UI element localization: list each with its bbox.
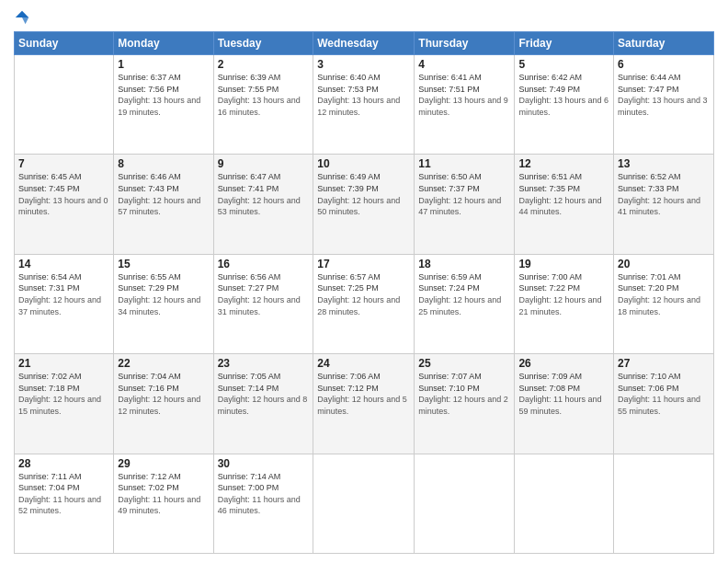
day-number: 11: [418, 157, 510, 170]
sunset-text: Sunset: 7:10 PM: [418, 384, 480, 393]
sunset-text: Sunset: 7:24 PM: [418, 283, 480, 293]
day-cell: 25Sunrise: 7:07 AMSunset: 7:10 PMDayligh…: [415, 354, 515, 454]
sunrise-text: Sunrise: 6:57 AM: [317, 272, 381, 282]
sunset-text: Sunset: 7:49 PM: [518, 85, 580, 94]
day-info: Sunrise: 6:37 AMSunset: 7:56 PMDaylight:…: [118, 72, 209, 118]
day-cell: 2Sunrise: 6:39 AMSunset: 7:55 PMDaylight…: [213, 55, 313, 155]
day-number: 7: [18, 157, 109, 170]
day-cell: [515, 454, 614, 553]
day-number: 10: [317, 157, 410, 170]
daylight-text: Daylight: 12 hours and 21 minutes.: [518, 295, 601, 316]
sunrise-text: Sunrise: 6:49 AM: [317, 172, 381, 181]
day-cell: 1Sunrise: 6:37 AMSunset: 7:56 PMDaylight…: [114, 55, 213, 155]
sunrise-text: Sunrise: 7:14 AM: [218, 472, 281, 481]
sunrise-text: Sunrise: 7:12 AM: [118, 472, 181, 481]
sunrise-text: Sunrise: 6:37 AM: [118, 73, 181, 82]
day-info: Sunrise: 7:01 AMSunset: 7:20 PMDaylight:…: [618, 271, 710, 317]
day-cell: 21Sunrise: 7:02 AMSunset: 7:18 PMDayligh…: [15, 354, 114, 454]
svg-marker-0: [16, 11, 28, 17]
day-number: 18: [418, 258, 510, 270]
sunset-text: Sunset: 7:22 PM: [518, 283, 580, 293]
sunset-text: Sunset: 7:47 PM: [618, 85, 679, 94]
day-info: Sunrise: 6:50 AMSunset: 7:37 PMDaylight:…: [418, 171, 510, 217]
sunset-text: Sunset: 7:31 PM: [18, 283, 80, 293]
day-cell: 28Sunrise: 7:11 AMSunset: 7:04 PMDayligh…: [15, 454, 114, 553]
sunset-text: Sunset: 7:39 PM: [317, 184, 379, 193]
daylight-text: Daylight: 12 hours and 53 minutes.: [218, 196, 301, 217]
day-cell: 14Sunrise: 6:54 AMSunset: 7:31 PMDayligh…: [15, 254, 114, 353]
daylight-text: Daylight: 13 hours and 16 minutes.: [218, 96, 301, 117]
daylight-text: Daylight: 11 hours and 49 minutes.: [118, 495, 200, 516]
week-row-5: 28Sunrise: 7:11 AMSunset: 7:04 PMDayligh…: [15, 454, 714, 553]
sunset-text: Sunset: 7:53 PM: [317, 85, 379, 94]
day-cell: 3Sunrise: 6:40 AMSunset: 7:53 PMDaylight…: [313, 55, 415, 155]
day-cell: [313, 454, 415, 553]
day-info: Sunrise: 6:51 AMSunset: 7:35 PMDaylight:…: [518, 171, 609, 217]
weekday-header-saturday: Saturday: [614, 32, 714, 55]
calendar-table: SundayMondayTuesdayWednesdayThursdayFrid…: [14, 31, 714, 554]
sunrise-text: Sunrise: 7:09 AM: [518, 372, 582, 381]
day-info: Sunrise: 7:02 AMSunset: 7:18 PMDaylight:…: [18, 371, 109, 417]
day-number: 19: [518, 258, 609, 270]
sunrise-text: Sunrise: 6:55 AM: [118, 272, 181, 282]
day-number: 29: [118, 457, 209, 470]
header: [14, 9, 714, 26]
day-number: 16: [218, 258, 310, 270]
sunrise-text: Sunrise: 6:44 AM: [618, 73, 681, 82]
sunset-text: Sunset: 7:51 PM: [418, 85, 480, 94]
day-info: Sunrise: 6:54 AMSunset: 7:31 PMDaylight:…: [18, 271, 109, 317]
daylight-text: Daylight: 11 hours and 59 minutes.: [518, 395, 601, 416]
sunset-text: Sunset: 7:02 PM: [118, 483, 179, 492]
daylight-text: Daylight: 12 hours and 2 minutes.: [418, 395, 508, 416]
daylight-text: Daylight: 12 hours and 37 minutes.: [18, 295, 101, 316]
daylight-text: Daylight: 12 hours and 18 minutes.: [618, 295, 700, 316]
day-number: 30: [218, 457, 310, 470]
day-number: 9: [218, 157, 310, 170]
weekday-header-thursday: Thursday: [415, 32, 515, 55]
sunrise-text: Sunrise: 7:04 AM: [118, 372, 181, 381]
day-number: 3: [317, 58, 410, 71]
sunset-text: Sunset: 7:08 PM: [518, 384, 580, 393]
daylight-text: Daylight: 13 hours and 19 minutes.: [118, 96, 200, 117]
week-row-4: 21Sunrise: 7:02 AMSunset: 7:18 PMDayligh…: [15, 354, 714, 454]
day-info: Sunrise: 6:41 AMSunset: 7:51 PMDaylight:…: [418, 72, 510, 118]
weekday-header-tuesday: Tuesday: [213, 32, 313, 55]
daylight-text: Daylight: 11 hours and 46 minutes.: [218, 495, 301, 516]
day-number: 25: [418, 357, 510, 370]
day-info: Sunrise: 6:56 AMSunset: 7:27 PMDaylight:…: [218, 271, 310, 317]
day-number: 4: [418, 58, 510, 71]
day-number: 21: [18, 357, 109, 370]
weekday-header-row: SundayMondayTuesdayWednesdayThursdayFrid…: [15, 32, 714, 55]
day-info: Sunrise: 6:47 AMSunset: 7:41 PMDaylight:…: [218, 171, 310, 217]
daylight-text: Daylight: 12 hours and 50 minutes.: [317, 196, 400, 217]
day-number: 20: [618, 258, 710, 270]
day-info: Sunrise: 7:07 AMSunset: 7:10 PMDaylight:…: [418, 371, 510, 417]
day-number: 12: [518, 157, 609, 170]
day-info: Sunrise: 7:09 AMSunset: 7:08 PMDaylight:…: [518, 371, 609, 417]
day-number: 5: [518, 58, 609, 71]
day-info: Sunrise: 6:52 AMSunset: 7:33 PMDaylight:…: [618, 171, 710, 217]
sunrise-text: Sunrise: 6:59 AM: [418, 272, 482, 282]
day-number: 28: [18, 457, 109, 470]
day-cell: 10Sunrise: 6:49 AMSunset: 7:39 PMDayligh…: [313, 155, 415, 254]
day-number: 1: [118, 58, 209, 71]
day-info: Sunrise: 6:46 AMSunset: 7:43 PMDaylight:…: [118, 171, 209, 217]
day-info: Sunrise: 7:04 AMSunset: 7:16 PMDaylight:…: [118, 371, 209, 417]
weekday-header-monday: Monday: [114, 32, 213, 55]
day-number: 14: [18, 258, 109, 270]
day-info: Sunrise: 6:49 AMSunset: 7:39 PMDaylight:…: [317, 171, 410, 217]
day-cell: 8Sunrise: 6:46 AMSunset: 7:43 PMDaylight…: [114, 155, 213, 254]
day-cell: [415, 454, 515, 553]
sunrise-text: Sunrise: 6:54 AM: [18, 272, 82, 282]
day-info: Sunrise: 6:59 AMSunset: 7:24 PMDaylight:…: [418, 271, 510, 317]
daylight-text: Daylight: 12 hours and 12 minutes.: [118, 395, 200, 416]
day-cell: 24Sunrise: 7:06 AMSunset: 7:12 PMDayligh…: [313, 354, 415, 454]
sunset-text: Sunset: 7:35 PM: [518, 184, 580, 193]
day-info: Sunrise: 7:00 AMSunset: 7:22 PMDaylight:…: [518, 271, 609, 317]
week-row-1: 1Sunrise: 6:37 AMSunset: 7:56 PMDaylight…: [15, 55, 714, 155]
daylight-text: Daylight: 12 hours and 15 minutes.: [18, 395, 101, 416]
sunset-text: Sunset: 7:37 PM: [418, 184, 480, 193]
sunset-text: Sunset: 7:06 PM: [618, 384, 679, 393]
day-cell: 22Sunrise: 7:04 AMSunset: 7:16 PMDayligh…: [114, 354, 213, 454]
sunset-text: Sunset: 7:25 PM: [317, 283, 379, 293]
